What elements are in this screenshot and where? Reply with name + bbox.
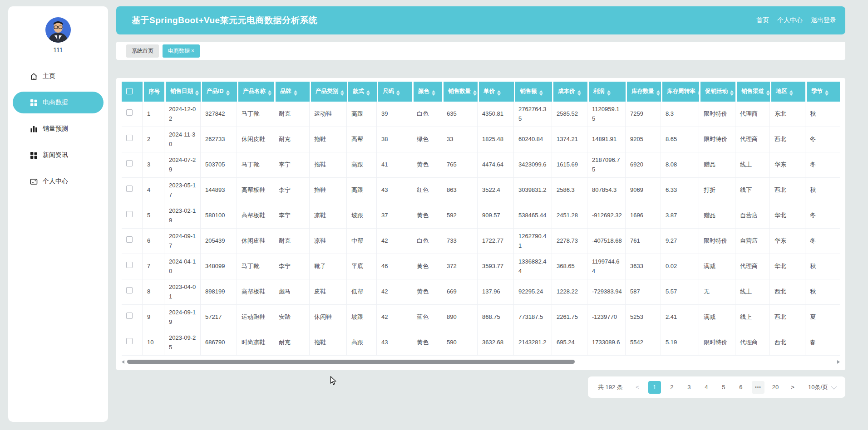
- sort-carets-icon[interactable]: [698, 90, 700, 96]
- sidebar-item-1[interactable]: 电商数据: [13, 92, 104, 113]
- sidebar-item-0[interactable]: 主页: [13, 65, 104, 87]
- sidebar-item-2[interactable]: 销量预测: [13, 118, 104, 140]
- column-header-18[interactable]: 地区: [770, 82, 805, 102]
- page-button-6[interactable]: 6: [735, 381, 747, 394]
- sort-carets-icon[interactable]: [473, 90, 477, 96]
- table-cell: 拖鞋: [310, 330, 347, 356]
- row-checkbox[interactable]: [126, 135, 133, 141]
- table-cell: 平底: [347, 254, 377, 279]
- row-checkbox[interactable]: [126, 186, 133, 192]
- sidebar: 111 主页电商数据销量预测新闻资讯个人中心: [8, 6, 108, 422]
- more-pages-button[interactable]: •••: [752, 381, 764, 394]
- nav-link-2[interactable]: 退出登录: [811, 16, 836, 24]
- sort-carets-icon[interactable]: [497, 90, 501, 96]
- prev-page-button[interactable]: <: [631, 381, 644, 394]
- sort-carets-icon[interactable]: [539, 90, 543, 96]
- row-checkbox[interactable]: [126, 262, 133, 268]
- sort-carets-icon[interactable]: [577, 90, 581, 96]
- table-cell: 807854.3: [587, 178, 626, 203]
- tab-0[interactable]: 系统首页: [126, 44, 159, 58]
- column-header-8[interactable]: 颜色: [412, 82, 442, 102]
- column-header-12[interactable]: 成本价: [552, 82, 587, 102]
- sidebar-item-3[interactable]: 新闻资讯: [13, 144, 104, 166]
- row-checkbox[interactable]: [126, 109, 133, 116]
- table-cell: 42: [377, 279, 412, 305]
- column-header-14[interactable]: 库存数量: [626, 82, 661, 102]
- row-checkbox[interactable]: [126, 313, 133, 319]
- table-row-9: 102023-09-25686790时尚凉鞋耐克拖鞋高跟43黄色5903632.…: [122, 330, 840, 356]
- page-button-1[interactable]: 1: [648, 381, 661, 394]
- table-cell: 冬: [805, 152, 840, 178]
- table-cell: 43: [377, 178, 412, 203]
- table-cell: 限时特价: [699, 102, 735, 127]
- sort-carets-icon[interactable]: [294, 90, 297, 96]
- scrollbar-thumb[interactable]: [127, 360, 575, 364]
- page-button-4[interactable]: 4: [700, 381, 713, 394]
- column-header-19[interactable]: 季节: [805, 82, 840, 102]
- column-header-1[interactable]: 销售日期: [164, 82, 201, 102]
- sort-carets-icon[interactable]: [656, 90, 660, 96]
- sort-carets-icon[interactable]: [268, 90, 271, 96]
- sidebar-item-4[interactable]: 个人中心: [13, 171, 104, 192]
- chevron-down-icon: [831, 384, 837, 390]
- tab-1[interactable]: 电商数据×: [163, 44, 200, 58]
- page-button-3[interactable]: 3: [683, 381, 695, 394]
- column-header-11[interactable]: 销售额: [514, 82, 552, 102]
- select-all-header[interactable]: [122, 82, 143, 102]
- row-checkbox[interactable]: [126, 236, 133, 243]
- page-size-select[interactable]: 10条/页: [808, 383, 835, 391]
- select-all-checkbox[interactable]: [126, 88, 133, 94]
- grid-icon: [30, 151, 38, 159]
- username: 111: [53, 46, 63, 54]
- next-page-button[interactable]: >: [786, 381, 799, 394]
- table-cell: 低帮: [347, 279, 377, 305]
- scroll-right-arrow-icon[interactable]: [837, 360, 840, 364]
- column-header-3[interactable]: 产品名称: [237, 82, 274, 102]
- table-cell: 6: [143, 229, 164, 254]
- sort-carets-icon[interactable]: [340, 90, 344, 96]
- sort-carets-icon[interactable]: [607, 90, 611, 96]
- table-cell: 皮鞋: [310, 279, 347, 305]
- row-checkbox[interactable]: [126, 287, 133, 293]
- page-button-2[interactable]: 2: [666, 381, 678, 394]
- row-checkbox[interactable]: [126, 160, 133, 166]
- column-header-16[interactable]: 促销活动: [699, 82, 735, 102]
- table-cell: -1239770: [587, 305, 626, 330]
- column-header-10[interactable]: 单价: [478, 82, 514, 102]
- column-header-2[interactable]: 产品ID: [201, 82, 237, 102]
- sort-carets-icon[interactable]: [825, 90, 829, 96]
- sort-carets-icon[interactable]: [766, 90, 770, 96]
- column-header-17[interactable]: 销售渠道: [735, 82, 770, 102]
- sort-carets-icon[interactable]: [789, 90, 793, 96]
- sort-carets-icon[interactable]: [432, 90, 435, 96]
- sort-carets-icon[interactable]: [396, 90, 400, 96]
- table-cell: 3.87: [661, 203, 699, 229]
- table-row-3: 42023-05-17144893高帮板鞋李宁拖鞋高跟43红色8633522.4…: [122, 178, 840, 203]
- tab-close-icon[interactable]: ×: [191, 48, 194, 54]
- scroll-left-arrow-icon[interactable]: [122, 360, 124, 364]
- column-header-6[interactable]: 款式: [347, 82, 377, 102]
- row-checkbox[interactable]: [126, 211, 133, 217]
- column-header-9[interactable]: 销售数量: [442, 82, 478, 102]
- sort-carets-icon[interactable]: [366, 90, 370, 96]
- sort-carets-icon[interactable]: [195, 90, 199, 96]
- row-select-cell: [122, 152, 143, 178]
- tail-page-button[interactable]: 20: [769, 381, 782, 394]
- row-checkbox[interactable]: [126, 338, 133, 344]
- row-select-cell: [122, 279, 143, 305]
- sort-carets-icon[interactable]: [730, 90, 734, 96]
- page-title: 基于SpringBoot+Vue莱元元电商数据分析系统: [132, 15, 317, 26]
- table-cell: 2024-04-10: [164, 254, 201, 279]
- nav-link-1[interactable]: 个人中心: [777, 16, 803, 24]
- column-header-0: 序号: [143, 82, 164, 102]
- nav-link-0[interactable]: 首页: [756, 16, 769, 24]
- column-header-7[interactable]: 尺码: [377, 82, 412, 102]
- table-cell: 打折: [699, 178, 735, 203]
- table-cell: 1228.22: [552, 279, 587, 305]
- sort-carets-icon[interactable]: [226, 90, 230, 96]
- column-header-15[interactable]: 库存周转率: [661, 82, 699, 102]
- page-button-5[interactable]: 5: [717, 381, 730, 394]
- column-header-13[interactable]: 利润: [587, 82, 626, 102]
- column-header-4[interactable]: 品牌: [274, 82, 310, 102]
- column-header-5[interactable]: 产品类别: [310, 82, 347, 102]
